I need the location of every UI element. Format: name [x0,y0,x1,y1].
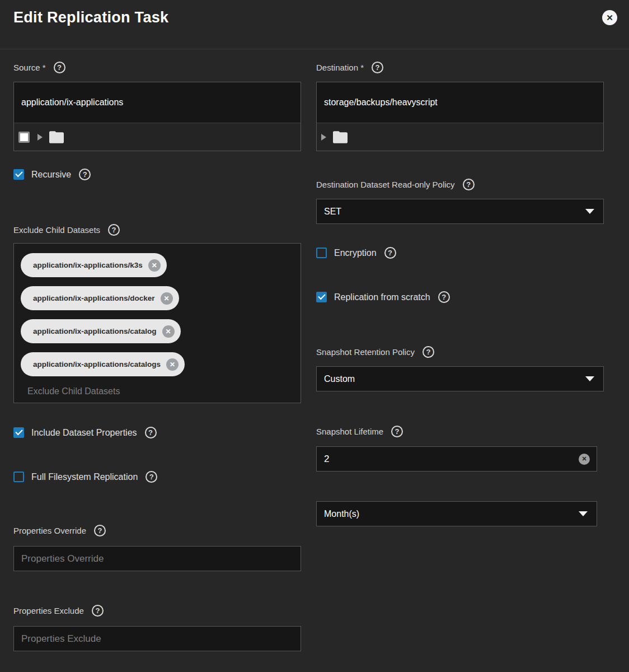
chip: application/ix-applications/k3s [21,253,167,277]
chip-label: application/ix-applications/catalogs [33,360,161,368]
right-column: Destination * Destination Dataset Read-o… [316,49,604,651]
encryption-label: Encryption [334,248,377,258]
remove-circle-icon[interactable] [162,325,175,338]
help-circle-icon[interactable] [372,62,383,73]
snapshot-retention-policy-label-row: Snapshot Retention Policy [316,346,434,358]
include-dataset-properties-label: Include Dataset Properties [31,428,137,438]
source-label: Source * [13,62,46,73]
help-circle-icon[interactable] [384,247,396,259]
folder-icon [333,131,348,143]
source-dataset-explorer [13,82,301,151]
left-column: Source * Recursive Exclude Child Dataset… [13,49,301,651]
destination-label-row: Destination * [316,62,383,73]
recursive-label: Recursive [31,170,71,180]
destination-dataset-explorer [316,82,604,151]
source-tree-row[interactable] [14,123,301,151]
replication-from-scratch-checkbox[interactable] [316,292,327,302]
help-circle-icon[interactable] [423,346,434,358]
properties-override-label-row: Properties Override [13,525,106,536]
snapshot-lifetime-unit-value: Month(s) [324,509,579,519]
help-circle-icon[interactable] [145,427,157,438]
remove-circle-icon[interactable] [161,292,173,305]
properties-exclude-field [13,626,301,651]
chip-input-placeholder: Exclude Child Datasets [27,386,120,396]
encryption-checkbox[interactable] [316,248,327,258]
remove-circle-icon[interactable] [166,358,179,371]
replication-from-scratch-label: Replication from scratch [334,292,430,302]
recursive-checkbox[interactable] [13,169,24,180]
readonly-policy-select[interactable]: SET [316,199,604,224]
exclude-child-datasets-chip-input[interactable]: application/ix-applications/k3s applicat… [13,243,301,403]
readonly-policy-label-row: Destination Dataset Read-only Policy [316,179,475,190]
help-circle-icon[interactable] [94,525,106,536]
help-circle-icon[interactable] [463,179,475,190]
encryption-row: Encryption [316,247,396,259]
source-input[interactable] [14,82,301,123]
clear-circle-icon[interactable] [579,454,590,465]
destination-tree-row[interactable] [317,123,603,151]
properties-override-field [13,546,301,571]
full-filesystem-replication-label: Full Filesystem Replication [31,472,138,482]
help-circle-icon[interactable] [145,471,157,483]
chevron-right-icon[interactable] [37,134,43,141]
properties-override-input[interactable] [14,547,294,571]
tree-node-checkbox[interactable] [18,132,30,143]
snapshot-retention-policy-label: Snapshot Retention Policy [316,347,415,358]
snapshot-lifetime-label-row: Snapshot Lifetime [316,426,403,437]
chip-label: application/ix-applications/docker [33,294,155,302]
dialog-body: Source * Recursive Exclude Child Dataset… [0,49,629,651]
replication-from-scratch-row: Replication from scratch [316,291,450,303]
help-circle-icon[interactable] [92,605,104,617]
full-filesystem-replication-checkbox[interactable] [13,472,24,482]
properties-exclude-label: Properties Exclude [13,605,84,617]
dialog-header: Edit Replication Task [0,0,629,49]
exclude-child-datasets-label: Exclude Child Datasets [13,225,100,236]
help-circle-icon[interactable] [391,426,403,437]
help-circle-icon[interactable] [54,62,65,73]
folder-icon [49,131,64,143]
chevron-down-icon [579,511,588,516]
help-circle-icon[interactable] [79,169,91,180]
snapshot-lifetime-field [316,446,597,472]
include-dataset-properties-row: Include Dataset Properties [13,427,157,438]
chevron-right-icon[interactable] [321,134,326,141]
snapshot-retention-policy-value: Custom [324,374,585,384]
exclude-label-row: Exclude Child Datasets [13,224,120,236]
destination-label: Destination * [316,62,364,73]
recursive-row: Recursive [13,169,91,180]
readonly-policy-value: SET [324,207,585,217]
chip: application/ix-applications/catalog [21,319,181,343]
help-circle-icon[interactable] [108,224,120,236]
snapshot-lifetime-unit-select[interactable]: Month(s) [316,501,597,526]
chip-label: application/ix-applications/k3s [33,261,143,269]
properties-exclude-label-row: Properties Exclude [13,605,104,617]
chip: application/ix-applications/catalogs [21,352,185,376]
properties-override-label: Properties Override [13,525,86,536]
chip-label: application/ix-applications/catalog [33,327,157,335]
snapshot-lifetime-input[interactable] [317,447,579,471]
include-dataset-properties-checkbox[interactable] [13,427,24,438]
snapshot-retention-policy-select[interactable]: Custom [316,366,604,391]
properties-exclude-input[interactable] [14,627,294,651]
remove-circle-icon[interactable] [148,259,161,272]
chip: application/ix-applications/docker [21,286,179,310]
source-label-row: Source * [13,62,65,73]
chevron-down-icon [585,376,594,381]
chevron-down-icon [585,209,594,214]
help-circle-icon[interactable] [438,291,450,303]
close-icon[interactable] [602,10,617,25]
snapshot-lifetime-label: Snapshot Lifetime [316,426,383,437]
readonly-policy-label: Destination Dataset Read-only Policy [316,179,455,190]
full-filesystem-replication-row: Full Filesystem Replication [13,471,157,483]
destination-input[interactable] [317,82,603,123]
dialog-title: Edit Replication Task [13,9,168,26]
